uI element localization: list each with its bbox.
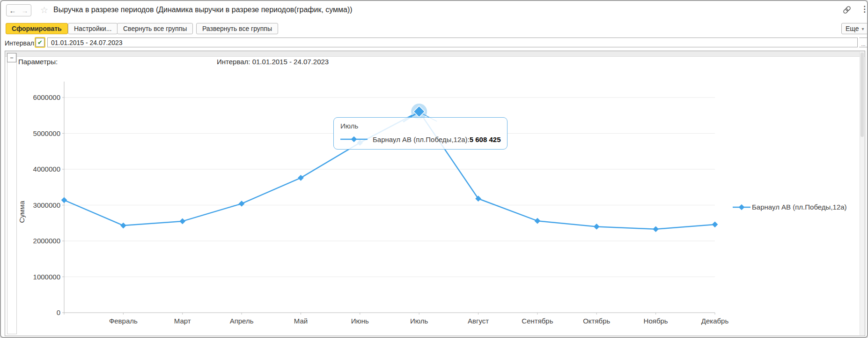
interval-label: Интервал: bbox=[5, 39, 36, 47]
report-area: − Параметры: Интервал: 01.01.2015 - 24.0… bbox=[5, 51, 865, 336]
forward-button[interactable]: → bbox=[19, 5, 31, 16]
chart-tooltip: Июль Барнаул АВ (пл.Победы,12а): 5 608 4… bbox=[333, 117, 508, 150]
interval-input[interactable]: 01.01.2015 - 24.07.2023 bbox=[47, 38, 858, 47]
tooltip-value: 5 608 425 bbox=[470, 135, 501, 143]
app-window: ← → ☆ Выручка в разрезе периодов (Динами… bbox=[0, 0, 868, 338]
back-arrow-icon: ← bbox=[9, 7, 16, 15]
collapse-all-groups-button[interactable]: Свернуть все группы bbox=[117, 23, 193, 34]
settings-button[interactable]: Настройки... bbox=[68, 23, 118, 34]
toolbar: Сформировать Настройки... Свернуть все г… bbox=[1, 22, 867, 36]
page-title: Выручка в разрезе периодов (Динамика выр… bbox=[53, 6, 353, 14]
forward-arrow-icon: → bbox=[22, 7, 29, 15]
more-menu-dots-icon[interactable]: ⋮ bbox=[861, 4, 868, 14]
scrollbar-thumb[interactable] bbox=[861, 53, 864, 137]
report-top-band bbox=[5, 51, 865, 57]
more-button[interactable]: Еще ▾ bbox=[841, 23, 868, 34]
parameters-label: Параметры: bbox=[18, 58, 58, 66]
interval-checkbox[interactable]: ✔ bbox=[36, 38, 44, 47]
back-button[interactable]: ← bbox=[7, 5, 19, 16]
generate-button[interactable]: Сформировать bbox=[6, 23, 68, 34]
chevron-down-icon: ▾ bbox=[862, 26, 864, 31]
tooltip-series-glyph bbox=[340, 136, 368, 143]
interval-choose-button[interactable]: ... bbox=[859, 38, 868, 47]
report-interval-header: Интервал: 01.01.2015 - 24.07.2023 bbox=[217, 58, 329, 66]
tooltip-series-name: Барнаул АВ (пл.Победы,12а): bbox=[373, 135, 470, 143]
get-link-icon[interactable] bbox=[842, 5, 852, 15]
check-icon: ✔ bbox=[37, 39, 43, 46]
more-button-label: Еще bbox=[846, 25, 859, 32]
favorite-star-icon[interactable]: ☆ bbox=[40, 5, 48, 15]
interval-input-value: 01.01.2015 - 24.07.2023 bbox=[51, 39, 123, 46]
collapse-group-button[interactable]: − bbox=[7, 53, 16, 62]
group-gutter bbox=[7, 53, 17, 334]
expand-all-groups-button[interactable]: Развернуть все группы bbox=[196, 23, 278, 34]
nav-buttons: ← → bbox=[6, 4, 31, 16]
vertical-scrollbar[interactable] bbox=[860, 52, 864, 335]
tooltip-category: Июль bbox=[340, 121, 500, 131]
